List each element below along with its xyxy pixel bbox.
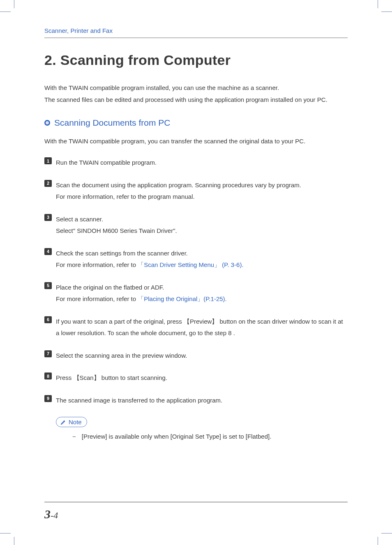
step-number-badge: 9	[44, 395, 52, 402]
step-text: For more information, refer to	[56, 261, 138, 268]
step-number-badge: 1	[44, 157, 52, 164]
bullet-circle-icon	[44, 120, 50, 126]
step-text: Select" SINDOH M600 Series Twain Driver"…	[56, 225, 177, 237]
footer-rule	[44, 502, 348, 502]
page-number: 3-4	[44, 507, 348, 521]
step-body: Check the scan settings from the scanner…	[56, 248, 244, 271]
step-body: Place the original on the flatbed or ADF…	[56, 282, 227, 305]
crop-mark	[381, 11, 392, 12]
step-text: Place the original on the flatbed or ADF…	[56, 282, 227, 294]
page-title: 2. Scanning from Computer	[44, 52, 348, 68]
step-text: Check the scan settings from the scanner…	[56, 248, 244, 260]
step-number-badge: 5	[44, 282, 52, 289]
chapter-number: 3	[44, 507, 51, 521]
step-item: 7 Select the scanning area in the previe…	[44, 350, 348, 362]
step-number-badge: 4	[44, 248, 52, 255]
note-text: [Preview] is available only when [Origin…	[82, 433, 272, 440]
section-heading: Scanning Documents from PC	[44, 118, 348, 128]
note-item: − [Preview] is available only when [Orig…	[72, 433, 348, 440]
section-description: With the TWAIN compatible program, you c…	[44, 138, 348, 145]
step-text: Select the scanning area in the preview …	[56, 350, 187, 362]
crop-mark	[378, 0, 378, 8]
header-category: Scanner, Printer and Fax	[44, 27, 348, 34]
intro-line: The scanned files can be edited and proc…	[44, 96, 327, 103]
crop-mark	[0, 533, 11, 534]
crop-mark	[14, 537, 14, 545]
note-block: Note − [Preview] is available only when …	[56, 417, 348, 440]
crop-mark	[381, 533, 392, 534]
step-text: For more information, refer to the progr…	[56, 191, 301, 203]
note-dash: −	[72, 433, 76, 440]
section-title: Scanning Documents from PC	[54, 118, 170, 128]
step-text: Scan the document using the application …	[56, 179, 301, 191]
step-item: 5 Place the original on the flatbed or A…	[44, 282, 348, 305]
step-text: Press 【Scan】 button to start scanning.	[56, 372, 167, 384]
step-text: If you want to scan a part of the origin…	[56, 316, 348, 339]
step-body: Scan the document using the application …	[56, 179, 301, 203]
step-number-badge: 7	[44, 350, 52, 357]
header-rule	[44, 37, 348, 38]
step-item: 1 Run the TWAIN compatible program.	[44, 157, 348, 169]
intro-block: With the TWAIN compatible program instal…	[44, 82, 348, 106]
note-badge: Note	[56, 417, 87, 427]
cross-reference-link[interactable]: 「Placing the Original」(P.1-25).	[138, 295, 227, 302]
step-item: 2 Scan the document using the applicatio…	[44, 179, 348, 203]
step-item: 8 Press 【Scan】 button to start scanning.	[44, 372, 348, 384]
step-text: Select a scanner.	[56, 214, 177, 225]
step-body: Select a scanner. Select" SINDOH M600 Se…	[56, 214, 177, 237]
crop-mark	[14, 0, 14, 8]
step-text-row: For more information, refer to 「Placing …	[56, 293, 227, 305]
step-body: Run the TWAIN compatible program.	[56, 157, 157, 169]
step-body: Press 【Scan】 button to start scanning.	[56, 372, 167, 384]
step-body: If you want to scan a part of the origin…	[56, 316, 348, 339]
intro-line: With the TWAIN compatible program instal…	[44, 84, 279, 91]
step-number-badge: 2	[44, 180, 52, 187]
document-page: Scanner, Printer and Fax 2. Scanning fro…	[0, 0, 392, 545]
step-item: 3 Select a scanner. Select" SINDOH M600 …	[44, 214, 348, 237]
step-body: The scanned image is transferred to the …	[56, 395, 222, 407]
step-item: 4 Check the scan settings from the scann…	[44, 248, 348, 271]
step-item: 9 The scanned image is transferred to th…	[44, 395, 348, 407]
step-text: Run the TWAIN compatible program.	[56, 157, 157, 169]
step-number-badge: 3	[44, 214, 52, 221]
step-body: Select the scanning area in the preview …	[56, 350, 187, 362]
crop-mark	[0, 11, 11, 12]
page-footer: 3-4	[44, 502, 348, 521]
step-number-badge: 6	[44, 316, 52, 323]
step-number-badge: 8	[44, 373, 52, 379]
step-text: For more information, refer to	[56, 295, 138, 302]
crop-mark	[378, 537, 378, 545]
note-label: Note	[69, 419, 82, 425]
page-sub: 4	[53, 510, 58, 520]
step-text-row: For more information, refer to 「Scan Dri…	[56, 259, 244, 271]
pencil-icon	[60, 419, 66, 425]
step-item: 6 If you want to scan a part of the orig…	[44, 316, 348, 339]
cross-reference-link[interactable]: 「Scan Driver Setting Menu」 (P. 3-6).	[138, 261, 243, 268]
step-text: The scanned image is transferred to the …	[56, 395, 222, 407]
